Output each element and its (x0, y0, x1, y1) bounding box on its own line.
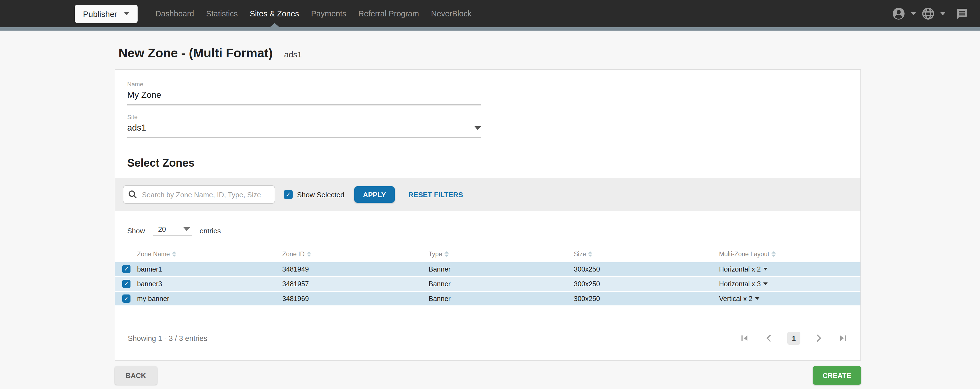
nav-right-icons (892, 6, 980, 21)
row-checkbox[interactable]: ✓ (122, 295, 130, 303)
active-tab-indicator (269, 23, 279, 27)
zone-search-input[interactable] (141, 190, 270, 199)
page-size-select[interactable]: 20 (153, 225, 192, 236)
name-input-value: My Zone (127, 90, 161, 100)
cell-type: Banner (429, 295, 574, 302)
row-checkbox[interactable]: ✓ (122, 265, 130, 273)
column-header-type-label: Type (429, 251, 442, 257)
sort-icon (307, 251, 311, 257)
previous-page-button[interactable] (763, 332, 776, 345)
account-chevron-down-icon[interactable] (911, 12, 916, 15)
layout-dropdown-value: Horizontal x 3 (719, 280, 761, 288)
entries-label: entries (200, 226, 221, 235)
last-page-button[interactable] (837, 332, 850, 345)
chevron-down-icon (124, 12, 129, 15)
site-select[interactable]: ads1 (127, 120, 481, 138)
name-input[interactable]: My Zone (127, 88, 481, 105)
nav-item-payments[interactable]: Payments (305, 0, 352, 27)
sort-icon (444, 251, 449, 257)
zones-filter-bar: ✓ Show Selected APPLY RESET FILTERS (115, 178, 861, 211)
language-globe-icon[interactable] (921, 6, 935, 21)
cell-size: 300x250 (574, 280, 719, 288)
chat-icon[interactable] (955, 7, 968, 20)
account-icon[interactable] (892, 6, 906, 21)
cell-zone-name: my banner (137, 295, 282, 302)
language-chevron-down-icon[interactable] (940, 12, 946, 15)
table-row: ✓ banner3 3481957 Banner 300x250 Horizon… (115, 277, 861, 291)
table-row: ✓ banner1 3481949 Banner 300x250 Horizon… (115, 262, 861, 276)
zone-form-card: Name My Zone Site ads1 Select Zones (115, 69, 861, 360)
layout-chevron-down-icon (755, 297, 759, 300)
column-header-zone-id[interactable]: Zone ID (282, 251, 429, 257)
column-header-size-label: Size (574, 251, 586, 257)
page-site-name: ads1 (284, 50, 302, 59)
column-header-type[interactable]: Type (429, 251, 574, 257)
show-selected-label: Show Selected (297, 190, 344, 199)
page-size-chevron-down-icon (183, 227, 190, 231)
entries-summary: Showing 1 - 3 / 3 entries (128, 334, 207, 342)
first-page-button[interactable] (738, 332, 751, 345)
sort-icon (588, 251, 593, 257)
layout-dropdown[interactable]: Horizontal x 3 (719, 280, 861, 288)
nav-item-dashboard[interactable]: Dashboard (149, 0, 200, 27)
name-field-label: Name (127, 81, 481, 88)
nav-item-sites-zones[interactable]: Sites & Zones (244, 0, 305, 27)
zone-search-box[interactable] (123, 185, 275, 204)
page-header: New Zone - (Multi Format) ads1 (118, 46, 980, 61)
row-checkbox[interactable]: ✓ (122, 280, 130, 288)
create-button[interactable]: CREATE (813, 366, 861, 385)
select-zones-heading: Select Zones (127, 157, 861, 169)
table-footer: Showing 1 - 3 / 3 entries 1 (128, 332, 850, 360)
column-header-zone-name-label: Zone Name (137, 251, 170, 257)
layout-dropdown[interactable]: Horizontal x 2 (719, 265, 861, 273)
bottom-actions: BACK CREATE (115, 366, 861, 385)
nav-menu: Dashboard Statistics Sites & Zones Payme… (149, 0, 477, 27)
cell-size: 300x250 (574, 265, 719, 273)
site-field: Site ads1 (127, 114, 481, 138)
layout-dropdown-value: Vertical x 2 (719, 295, 752, 302)
layout-chevron-down-icon (764, 268, 768, 271)
nav-item-neverblock[interactable]: NeverBlock (425, 0, 477, 27)
publisher-dropdown[interactable]: Publisher (75, 5, 137, 23)
sort-icon (172, 251, 177, 257)
next-page-button[interactable] (812, 332, 825, 345)
pagination: 1 (738, 332, 850, 345)
column-header-size[interactable]: Size (574, 251, 719, 257)
column-header-multi-zone-layout-label: Multi-Zone Layout (719, 251, 769, 257)
cell-zone-name: banner1 (137, 265, 282, 273)
search-icon (128, 190, 138, 199)
column-header-zone-id-label: Zone ID (282, 251, 305, 257)
zones-table-body: ✓ banner1 3481949 Banner 300x250 Horizon… (115, 262, 861, 305)
app: Publisher Dashboard Statistics Sites & Z… (0, 0, 980, 389)
layout-dropdown-value: Horizontal x 2 (719, 265, 761, 273)
apply-button[interactable]: APPLY (354, 186, 395, 203)
zones-table-header: Zone Name Zone ID Type Size Multi-Zone L… (115, 248, 861, 260)
cell-size: 300x250 (574, 295, 719, 302)
cell-type: Banner (429, 265, 574, 273)
cell-zone-id: 3481957 (282, 280, 429, 288)
top-navbar: Publisher Dashboard Statistics Sites & Z… (0, 0, 980, 27)
site-field-label: Site (127, 114, 481, 120)
zones-table: Zone Name Zone ID Type Size Multi-Zone L… (115, 248, 861, 305)
show-selected-toggle[interactable]: ✓ Show Selected (284, 190, 344, 199)
reset-filters-link[interactable]: RESET FILTERS (408, 190, 463, 199)
nav-item-referral-program[interactable]: Referral Program (352, 0, 425, 27)
nav-item-sites-zones-label: Sites & Zones (250, 9, 299, 18)
site-select-value: ads1 (127, 123, 146, 133)
show-selected-checkbox[interactable]: ✓ (284, 190, 293, 199)
layout-dropdown[interactable]: Vertical x 2 (719, 295, 861, 302)
publisher-dropdown-label: Publisher (83, 9, 117, 18)
page-size-value: 20 (158, 225, 166, 233)
column-header-zone-name[interactable]: Zone Name (137, 251, 282, 257)
site-chevron-down-icon (474, 126, 481, 130)
current-page-button[interactable]: 1 (787, 332, 800, 345)
layout-chevron-down-icon (764, 282, 768, 285)
nav-item-statistics[interactable]: Statistics (200, 0, 244, 27)
page-size-control: Show 20 entries (127, 225, 861, 236)
back-button[interactable]: BACK (115, 366, 157, 385)
cell-zone-id: 3481949 (282, 265, 429, 273)
show-label: Show (127, 226, 145, 235)
table-row: ✓ my banner 3481969 Banner 300x250 Verti… (115, 292, 861, 305)
column-header-multi-zone-layout[interactable]: Multi-Zone Layout (719, 251, 861, 257)
cell-zone-name: banner3 (137, 280, 282, 288)
